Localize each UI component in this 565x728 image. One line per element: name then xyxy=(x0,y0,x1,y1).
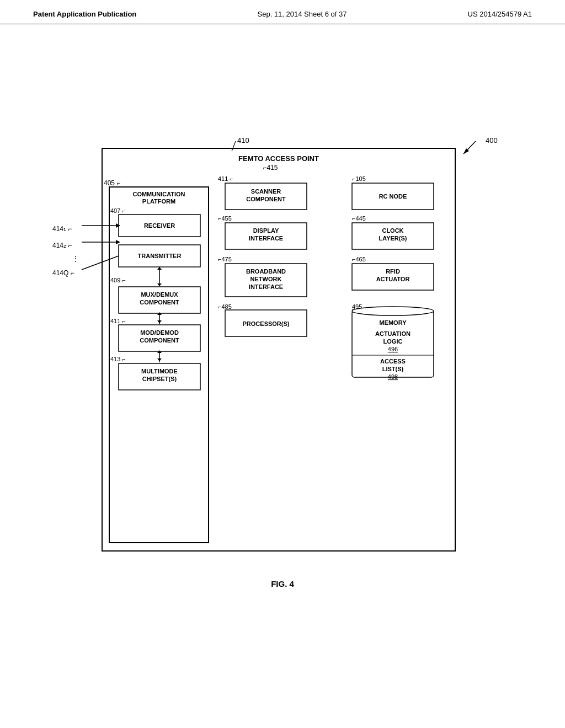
ref-409-text: 409 ⌐ xyxy=(110,277,126,283)
comm-platform-label-2: PLATFORM xyxy=(142,198,175,205)
header-left: Patent Application Publication xyxy=(33,10,136,18)
memory-label: MEMORY xyxy=(379,319,407,326)
ant-arrow-1 xyxy=(116,223,120,228)
transmitter-label: TRANSMITTER xyxy=(138,253,182,259)
ref-405-text: 405 ⌐ xyxy=(104,179,120,187)
mux-label-2: COMPONENT xyxy=(140,299,179,306)
rc-node-label: RC NODE xyxy=(379,193,407,200)
scanner-label-1: SCANNER xyxy=(251,188,281,195)
mux-label-1: MUX/DEMUX xyxy=(141,291,178,298)
ref-105-text: ⌐105 xyxy=(352,175,366,182)
ref-400-text: 400 xyxy=(486,136,498,144)
broadband-label-3: INTERFACE xyxy=(249,283,283,290)
ref-407-text: 407 ⌐ xyxy=(110,207,126,214)
scanner-label-2: COMPONENT xyxy=(246,196,286,202)
ant-414-1: 414₁ ⌐ xyxy=(52,225,72,233)
ref-498-text: 498 xyxy=(388,373,398,380)
display-label-2: INTERFACE xyxy=(249,235,283,242)
ant-arrow-2 xyxy=(116,240,120,244)
femto-label: FEMTO ACCESS POINT xyxy=(238,154,319,163)
diagram-container: 400 410 FEMTO ACCESS POINT ⌐415 405 ⌐ CO… xyxy=(0,35,565,644)
multimode-label-2: CHIPSET(S) xyxy=(142,376,177,382)
ref-411b-text: 411 ⌐ xyxy=(218,175,233,182)
header-center: Sep. 11, 2014 Sheet 6 of 37 xyxy=(258,10,347,18)
header-right: US 2014/254579 A1 xyxy=(468,10,532,18)
processor-label: PROCESSOR(S) xyxy=(243,320,290,327)
mod-label-1: MOD/DEMOD xyxy=(140,329,179,336)
comm-platform-label-1: COMMUNICATION xyxy=(132,191,185,197)
multimode-label-1: MULTIMODE xyxy=(141,368,178,374)
receiver-label: RECEIVER xyxy=(144,222,175,229)
ant-414-2: 414₂ ⌐ xyxy=(52,242,72,249)
ant-414-q: 414Q ⌐ xyxy=(52,269,74,277)
ant-dots: ⋮ xyxy=(72,254,79,263)
cylinder-top xyxy=(352,307,434,315)
mod-label-2: COMPONENT xyxy=(140,337,179,344)
arrowhead-dn-409 xyxy=(157,283,162,286)
clock-label-1: CLOCK xyxy=(382,227,403,234)
broadband-label-1: BROADBAND xyxy=(246,268,286,275)
ref-475-text: ⌐475 xyxy=(218,256,232,263)
ref-413-text: 413 ⌐ xyxy=(110,356,126,362)
ref-410-text: 410 xyxy=(237,136,249,144)
ref-455-text: ⌐455 xyxy=(218,215,232,222)
ref-411a-text: 411 ⌐ xyxy=(110,318,126,324)
page: Patent Application Publication Sep. 11, … xyxy=(0,0,565,728)
actuation-label-1: ACTUATION xyxy=(375,330,411,337)
clock-label-2: LAYER(S) xyxy=(379,235,407,242)
broadband-label-2: NETWORK xyxy=(250,276,282,282)
ant-line-q xyxy=(82,256,119,270)
ref-410-arrow xyxy=(232,141,236,151)
ref-496-text: 496 xyxy=(388,346,398,352)
outer-box xyxy=(102,148,455,551)
actuation-label-2: LOGIC xyxy=(383,338,403,345)
access-label-1: ACCESS xyxy=(380,358,406,365)
ref-465-text: ⌐465 xyxy=(352,256,366,263)
ref-415-text: ⌐415 xyxy=(263,164,278,172)
comm-platform-box xyxy=(109,187,209,543)
diagram-svg: 400 410 FEMTO ACCESS POINT ⌐415 405 ⌐ CO… xyxy=(0,35,565,642)
ref-485-text: ⌐485 xyxy=(218,303,232,310)
fig-caption: FIG. 4 xyxy=(271,579,294,588)
display-label-1: DISPLAY xyxy=(253,227,279,234)
access-label-2: LIST(S) xyxy=(382,366,404,372)
ref-445-text: ⌐445 xyxy=(352,215,366,222)
rfid-label-1: RFID xyxy=(386,268,400,275)
rfid-label-2: ACTUATOR xyxy=(376,276,410,282)
header: Patent Application Publication Sep. 11, … xyxy=(0,0,565,24)
